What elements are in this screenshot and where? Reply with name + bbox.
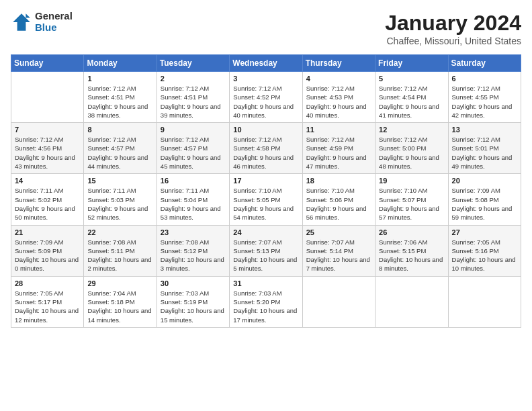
day-info: Sunrise: 7:07 AMSunset: 5:13 PMDaylight:… <box>233 238 298 273</box>
col-saturday: Saturday <box>448 55 521 72</box>
day-info: Sunrise: 7:12 AMSunset: 4:53 PMDaylight:… <box>306 84 371 120</box>
day-number: 12 <box>379 126 444 134</box>
table-row: 30Sunrise: 7:03 AMSunset: 5:19 PMDayligh… <box>157 276 229 327</box>
day-info: Sunrise: 7:05 AMSunset: 5:16 PMDaylight:… <box>452 238 517 273</box>
logo-icon <box>11 11 32 33</box>
day-number: 27 <box>452 228 517 236</box>
day-number: 23 <box>161 228 226 236</box>
day-info: Sunrise: 7:09 AMSunset: 5:08 PMDaylight:… <box>452 186 517 222</box>
day-info: Sunrise: 7:04 AMSunset: 5:18 PMDaylight:… <box>87 289 152 324</box>
table-row: 22Sunrise: 7:08 AMSunset: 5:11 PMDayligh… <box>84 225 157 276</box>
day-number: 26 <box>379 228 444 236</box>
table-row: 25Sunrise: 7:07 AMSunset: 5:14 PMDayligh… <box>302 225 375 276</box>
calendar-title: January 2024 <box>385 11 521 36</box>
day-info: Sunrise: 7:11 AMSunset: 5:03 PMDaylight:… <box>87 186 152 222</box>
day-info: Sunrise: 7:10 AMSunset: 5:05 PMDaylight:… <box>233 186 298 222</box>
day-info: Sunrise: 7:10 AMSunset: 5:07 PMDaylight:… <box>379 186 444 222</box>
day-number: 13 <box>452 126 517 134</box>
table-row: 3Sunrise: 7:12 AMSunset: 4:52 PMDaylight… <box>230 72 302 123</box>
day-number: 21 <box>15 228 80 236</box>
table-row: 13Sunrise: 7:12 AMSunset: 5:01 PMDayligh… <box>448 123 521 174</box>
day-number: 20 <box>452 177 517 185</box>
table-row: 18Sunrise: 7:10 AMSunset: 5:06 PMDayligh… <box>302 174 375 225</box>
day-info: Sunrise: 7:12 AMSunset: 4:56 PMDaylight:… <box>15 135 80 171</box>
table-row: 23Sunrise: 7:08 AMSunset: 5:12 PMDayligh… <box>157 225 229 276</box>
day-number: 5 <box>379 75 444 83</box>
calendar-week-row: 1Sunrise: 7:12 AMSunset: 4:51 PMDaylight… <box>11 72 521 123</box>
day-number: 2 <box>161 75 226 83</box>
table-row: 29Sunrise: 7:04 AMSunset: 5:18 PMDayligh… <box>84 276 157 327</box>
day-number: 10 <box>233 126 298 134</box>
page-header: General Blue January 2024 Chaffee, Misso… <box>11 11 521 46</box>
day-info: Sunrise: 7:09 AMSunset: 5:09 PMDaylight:… <box>15 238 80 273</box>
day-info: Sunrise: 7:06 AMSunset: 5:15 PMDaylight:… <box>379 238 444 273</box>
day-number: 22 <box>87 228 152 236</box>
day-info: Sunrise: 7:05 AMSunset: 5:17 PMDaylight:… <box>15 289 80 324</box>
title-block: January 2024 Chaffee, Missouri, United S… <box>385 11 521 46</box>
calendar-location: Chaffee, Missouri, United States <box>385 36 521 46</box>
day-info: Sunrise: 7:08 AMSunset: 5:11 PMDaylight:… <box>87 238 152 273</box>
calendar-week-row: 14Sunrise: 7:11 AMSunset: 5:02 PMDayligh… <box>11 174 521 225</box>
day-number: 19 <box>379 177 444 185</box>
day-info: Sunrise: 7:12 AMSunset: 4:54 PMDaylight:… <box>379 84 444 120</box>
day-info: Sunrise: 7:03 AMSunset: 5:20 PMDaylight:… <box>233 289 298 324</box>
day-number: 18 <box>306 177 371 185</box>
table-row: 6Sunrise: 7:12 AMSunset: 4:55 PMDaylight… <box>448 72 521 123</box>
col-monday: Monday <box>84 55 157 72</box>
day-number: 31 <box>233 279 298 287</box>
day-number: 15 <box>87 177 152 185</box>
table-row: 2Sunrise: 7:12 AMSunset: 4:51 PMDaylight… <box>157 72 229 123</box>
day-number: 7 <box>15 126 80 134</box>
table-row <box>302 276 375 327</box>
day-info: Sunrise: 7:12 AMSunset: 5:00 PMDaylight:… <box>379 135 444 171</box>
calendar-week-row: 28Sunrise: 7:05 AMSunset: 5:17 PMDayligh… <box>11 276 521 327</box>
day-info: Sunrise: 7:07 AMSunset: 5:14 PMDaylight:… <box>306 238 371 273</box>
day-number: 11 <box>306 126 371 134</box>
col-thursday: Thursday <box>302 55 375 72</box>
day-number: 17 <box>233 177 298 185</box>
logo-general: General <box>35 11 73 22</box>
table-row: 31Sunrise: 7:03 AMSunset: 5:20 PMDayligh… <box>230 276 302 327</box>
day-number: 9 <box>161 126 226 134</box>
day-number: 8 <box>87 126 152 134</box>
calendar-week-row: 21Sunrise: 7:09 AMSunset: 5:09 PMDayligh… <box>11 225 521 276</box>
calendar-header-row: Sunday Monday Tuesday Wednesday Thursday… <box>11 55 521 72</box>
day-number: 24 <box>233 228 298 236</box>
day-info: Sunrise: 7:12 AMSunset: 4:57 PMDaylight:… <box>87 135 152 171</box>
day-number: 6 <box>452 75 517 83</box>
table-row <box>375 276 448 327</box>
day-info: Sunrise: 7:12 AMSunset: 5:01 PMDaylight:… <box>452 135 517 171</box>
day-info: Sunrise: 7:12 AMSunset: 4:51 PMDaylight:… <box>87 84 152 120</box>
calendar-table: Sunday Monday Tuesday Wednesday Thursday… <box>11 54 521 328</box>
table-row: 16Sunrise: 7:11 AMSunset: 5:04 PMDayligh… <box>157 174 229 225</box>
table-row: 17Sunrise: 7:10 AMSunset: 5:05 PMDayligh… <box>230 174 302 225</box>
logo-blue: Blue <box>35 22 73 34</box>
day-number: 16 <box>161 177 226 185</box>
table-row <box>11 72 84 123</box>
day-info: Sunrise: 7:11 AMSunset: 5:04 PMDaylight:… <box>161 186 226 222</box>
table-row: 1Sunrise: 7:12 AMSunset: 4:51 PMDaylight… <box>84 72 157 123</box>
col-friday: Friday <box>375 55 448 72</box>
col-tuesday: Tuesday <box>157 55 229 72</box>
day-number: 28 <box>15 279 80 287</box>
table-row: 24Sunrise: 7:07 AMSunset: 5:13 PMDayligh… <box>230 225 302 276</box>
table-row: 15Sunrise: 7:11 AMSunset: 5:03 PMDayligh… <box>84 174 157 225</box>
col-sunday: Sunday <box>11 55 84 72</box>
logo: General Blue <box>11 11 73 33</box>
logo-text: General Blue <box>35 11 73 33</box>
table-row: 4Sunrise: 7:12 AMSunset: 4:53 PMDaylight… <box>302 72 375 123</box>
day-info: Sunrise: 7:12 AMSunset: 4:52 PMDaylight:… <box>233 84 298 120</box>
table-row <box>448 276 521 327</box>
day-info: Sunrise: 7:12 AMSunset: 4:51 PMDaylight:… <box>161 84 226 120</box>
day-info: Sunrise: 7:03 AMSunset: 5:19 PMDaylight:… <box>161 289 226 324</box>
calendar-week-row: 7Sunrise: 7:12 AMSunset: 4:56 PMDaylight… <box>11 123 521 174</box>
table-row: 21Sunrise: 7:09 AMSunset: 5:09 PMDayligh… <box>11 225 84 276</box>
table-row: 8Sunrise: 7:12 AMSunset: 4:57 PMDaylight… <box>84 123 157 174</box>
table-row: 14Sunrise: 7:11 AMSunset: 5:02 PMDayligh… <box>11 174 84 225</box>
col-wednesday: Wednesday <box>230 55 302 72</box>
day-number: 4 <box>306 75 371 83</box>
day-info: Sunrise: 7:12 AMSunset: 4:55 PMDaylight:… <box>452 84 517 120</box>
day-number: 3 <box>233 75 298 83</box>
day-number: 14 <box>15 177 80 185</box>
day-info: Sunrise: 7:12 AMSunset: 4:59 PMDaylight:… <box>306 135 371 171</box>
